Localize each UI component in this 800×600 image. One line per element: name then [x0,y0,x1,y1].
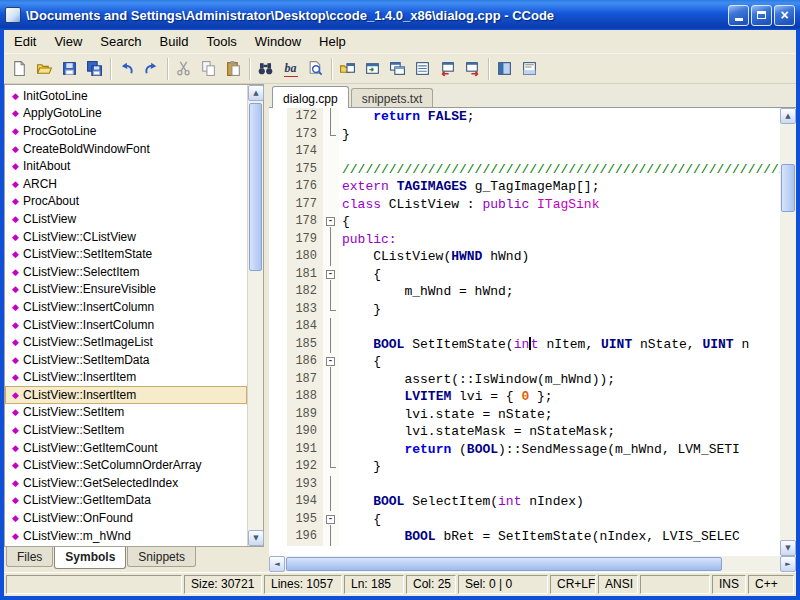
symbol-item[interactable]: ◆CListView::InsertItem [5,369,247,387]
fold-margin[interactable] [323,493,339,511]
save-button[interactable] [57,57,82,81]
new-window-button[interactable] [360,57,385,81]
code-area[interactable]: 172 return FALSE;173}174175/////////////… [269,108,780,556]
symbol-item[interactable]: ◆CListView::InsertColumn [5,316,247,334]
fold-margin[interactable]: - [323,511,339,529]
sidebar-tab-snippets[interactable]: Snippets [127,547,196,567]
view-list-button[interactable] [410,57,435,81]
editor-tab-dialog-cpp[interactable]: dialog.cpp [272,86,349,108]
fold-margin[interactable] [323,458,339,476]
fold-margin[interactable] [323,108,339,126]
fold-margin[interactable]: - [323,213,339,231]
folder-view-button[interactable] [335,57,360,81]
symbol-item[interactable]: ◆CListView::SelectItem [5,263,247,281]
fold-margin[interactable] [323,248,339,266]
save-all-button[interactable] [82,57,107,81]
symbol-item[interactable]: ◆CListView::SetItem [5,421,247,439]
find-button[interactable] [253,57,278,81]
symbol-item[interactable]: ◆ProcAbout [5,193,247,211]
minimize-button[interactable] [728,5,749,26]
fold-margin[interactable] [323,126,339,144]
symbol-item[interactable]: ◆CListView::EnsureVisible [5,281,247,299]
menu-item-edit[interactable]: Edit [5,31,45,52]
fold-collapse-icon[interactable]: - [326,515,335,524]
fold-margin[interactable] [323,283,339,301]
fold-margin[interactable] [323,178,339,196]
symbol-item[interactable]: ◆CListView::m_hWnd [5,527,247,545]
redo-button[interactable] [139,57,164,81]
symbol-item[interactable]: ◆InitGotoLine [5,87,247,105]
symbol-item[interactable]: ◆CListView::CListView [5,228,247,246]
symbol-list[interactable]: ◆InitGotoLine◆ApplyGotoLine◆ProcGotoLine… [5,85,247,546]
fold-collapse-icon[interactable]: - [326,217,335,226]
editor-tab-snippets-txt[interactable]: snippets.txt [351,88,434,107]
fold-margin[interactable] [323,371,339,389]
cut-button[interactable] [171,57,196,81]
scroll-right-icon[interactable]: ► [780,556,796,572]
editor-hscroll-thumb[interactable] [286,557,722,571]
undo-button[interactable] [114,57,139,81]
sidebar-scroll-thumb[interactable] [249,103,262,271]
symbol-item[interactable]: ◆CListView::InsertItem [5,386,247,404]
symbol-item[interactable]: ◆CListView::SetItemState [5,245,247,263]
symbol-item[interactable]: ◆ProcGotoLine [5,122,247,140]
nav-back-button[interactable] [435,57,460,81]
menu-item-build[interactable]: Build [151,31,198,52]
toggle-panel-button[interactable] [492,57,517,81]
windows-list-button[interactable] [385,57,410,81]
symbol-item[interactable]: ◆CListView::GetSelectedIndex [5,474,247,492]
nav-forward-button[interactable] [460,57,485,81]
menu-item-help[interactable]: Help [310,31,355,52]
fold-margin[interactable] [323,528,339,546]
copy-button[interactable] [196,57,221,81]
fold-margin[interactable] [323,161,339,179]
symbol-item[interactable]: ◆ARCH [5,175,247,193]
symbol-item[interactable]: ◆InitAbout [5,157,247,175]
scroll-down-icon[interactable]: ▼ [780,540,796,556]
open-file-button[interactable] [32,57,57,81]
editor-vscroll-thumb[interactable] [781,164,795,212]
menu-item-view[interactable]: View [45,31,91,52]
fold-margin[interactable]: - [323,353,339,371]
close-button[interactable]: × [774,5,795,26]
sidebar-tab-symbols[interactable]: Symbols [54,547,126,569]
symbol-item[interactable]: ◆CListView::SetItem [5,404,247,422]
fold-margin[interactable] [323,231,339,249]
symbol-item[interactable]: ◆CListView::InsertColumn [5,298,247,316]
scroll-up-icon[interactable]: ▲ [780,108,796,124]
sidebar-scrollbar[interactable]: ▲ ▼ [247,85,263,546]
symbol-item[interactable]: ◆CListView [5,210,247,228]
fold-margin[interactable] [323,143,339,161]
fold-margin[interactable] [323,196,339,214]
symbol-item[interactable]: ◆CreateBoldWindowFont [5,140,247,158]
fold-margin[interactable] [323,476,339,494]
fold-margin[interactable] [323,318,339,336]
scroll-left-icon[interactable]: ◄ [269,556,285,572]
toggle-output-button[interactable] [517,57,542,81]
maximize-button[interactable] [751,5,772,26]
fold-margin[interactable] [323,388,339,406]
fold-margin[interactable]: - [323,266,339,284]
symbol-item[interactable]: ◆CListView::SetColumnOrderArray [5,456,247,474]
scroll-down-icon[interactable]: ▼ [248,530,264,546]
new-file-button[interactable] [7,57,32,81]
symbol-item[interactable]: ◆CListView::SetItemData [5,351,247,369]
fold-margin[interactable] [323,406,339,424]
menu-item-search[interactable]: Search [91,31,150,52]
editor-vscroll-track[interactable] [780,124,796,540]
fold-margin[interactable] [323,423,339,441]
fold-margin[interactable] [323,301,339,319]
paste-button[interactable] [221,57,246,81]
symbol-item[interactable]: ◆ApplyGotoLine [5,105,247,123]
find-in-files-button[interactable] [303,57,328,81]
menu-item-tools[interactable]: Tools [197,31,245,52]
editor-hscrollbar[interactable]: ◄ ► [269,556,796,572]
fold-margin[interactable] [323,336,339,354]
symbol-item[interactable]: ◆CListView::OnFound [5,509,247,527]
sidebar-scroll-track[interactable] [248,101,263,530]
editor-hscroll-track[interactable] [285,556,780,572]
menu-item-window[interactable]: Window [246,31,310,52]
fold-collapse-icon[interactable]: - [326,357,335,366]
scroll-up-icon[interactable]: ▲ [248,85,264,101]
replace-button[interactable]: ba [278,57,303,81]
